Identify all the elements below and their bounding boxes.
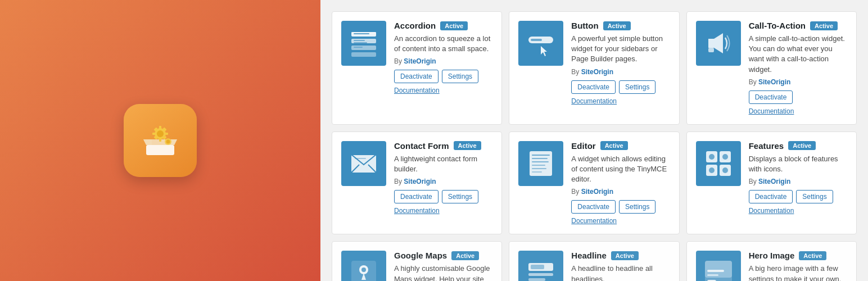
widget-header-features: FeaturesActive (749, 141, 847, 151)
main-content: AccordionActiveAn accordion to squeeze a… (320, 0, 868, 281)
widget-description-hero-image: A big hero image with a few settings to … (749, 264, 847, 281)
widget-info-button: ButtonActiveA powerful yet simple button… (571, 21, 670, 115)
documentation-link-contact-form[interactable]: Documentation (394, 207, 492, 215)
documentation-link-accordion[interactable]: Documentation (394, 87, 492, 94)
widget-info-headline: HeadlineActiveA headline to headline all… (571, 251, 670, 281)
sidebar (0, 0, 320, 281)
widget-header-button: ButtonActive (571, 21, 670, 30)
widget-name-contact-form: Contact Form (394, 141, 449, 151)
widget-info-accordion: AccordionActiveAn accordion to squeeze a… (394, 21, 492, 115)
svg-rect-17 (351, 32, 376, 33)
widget-description-button: A powerful yet simple button widget for … (571, 34, 670, 65)
widget-info-call-to-action: Call-To-ActionActiveA simple call-to-act… (749, 21, 847, 115)
svg-rect-22 (354, 40, 365, 41)
settings-button-contact-form[interactable]: Settings (442, 190, 478, 203)
widget-card-accordion: AccordionActiveAn accordion to squeeze a… (332, 11, 502, 125)
svg-point-48 (709, 167, 715, 173)
documentation-link-call-to-action[interactable]: Documentation (749, 107, 847, 115)
documentation-link-editor[interactable]: Documentation (571, 217, 670, 225)
widget-name-accordion: Accordion (394, 21, 436, 30)
deactivate-button-button[interactable]: Deactivate (571, 80, 616, 94)
widget-description-contact-form: A lightweight contact form builder. (394, 154, 492, 174)
status-badge-google-maps: Active (451, 251, 479, 260)
widget-author-contact-form: By SiteOrigin (394, 178, 492, 185)
widget-actions-features: DeactivateSettings (749, 190, 847, 203)
svg-rect-60 (707, 270, 724, 272)
svg-rect-37 (532, 158, 548, 159)
svg-rect-36 (532, 155, 550, 156)
app-icon (124, 104, 197, 177)
status-badge-editor: Active (600, 141, 628, 150)
widget-description-features: Displays a block of features with icons. (749, 154, 847, 174)
widget-name-call-to-action: Call-To-Action (749, 21, 806, 30)
widget-info-hero-image: Hero ImageActiveA big hero image with a … (749, 251, 847, 281)
widget-icon-headline (518, 251, 563, 281)
widget-icon-call-to-action (696, 21, 741, 66)
widget-info-google-maps: Google MapsActiveA highly customisable G… (394, 251, 492, 281)
widget-author-button: By SiteOrigin (571, 68, 670, 76)
svg-rect-26 (531, 39, 542, 41)
widget-header-hero-image: Hero ImageActive (749, 251, 847, 260)
widget-header-contact-form: Contact FormActive (394, 141, 492, 151)
widget-name-features: Features (749, 141, 784, 151)
svg-rect-24 (354, 47, 363, 48)
svg-rect-20 (351, 52, 376, 57)
widget-header-accordion: AccordionActive (394, 21, 492, 30)
svg-rect-21 (354, 33, 369, 34)
widget-card-features: FeaturesActiveDisplays a block of featur… (686, 132, 857, 235)
svg-rect-40 (532, 168, 546, 169)
svg-rect-6 (159, 126, 161, 129)
widget-header-editor: EditorActive (571, 141, 670, 151)
svg-rect-38 (532, 161, 549, 162)
settings-button-editor[interactable]: Settings (619, 200, 655, 214)
widget-name-button: Button (571, 21, 598, 30)
widget-name-editor: Editor (571, 141, 595, 151)
widget-header-google-maps: Google MapsActive (394, 251, 492, 260)
svg-rect-56 (528, 278, 545, 281)
widget-icon-contact-form (341, 141, 386, 186)
deactivate-button-features[interactable]: Deactivate (749, 190, 793, 203)
settings-button-features[interactable]: Settings (796, 190, 833, 203)
widget-header-call-to-action: Call-To-ActionActive (749, 21, 847, 30)
documentation-link-features[interactable]: Documentation (749, 207, 847, 215)
widget-author-call-to-action: By SiteOrigin (749, 78, 847, 86)
widget-description-accordion: An accordion to squeeze a lot of content… (394, 34, 492, 54)
widget-author-accordion: By SiteOrigin (394, 57, 492, 65)
widget-actions-editor: DeactivateSettings (571, 200, 670, 214)
widget-description-editor: A widget which allows editing of content… (571, 154, 670, 185)
widget-card-button: ButtonActiveA powerful yet simple button… (509, 11, 679, 125)
deactivate-button-accordion[interactable]: Deactivate (394, 70, 438, 83)
status-badge-contact-form: Active (454, 141, 481, 150)
settings-button-accordion[interactable]: Settings (442, 70, 478, 83)
svg-rect-8 (152, 133, 156, 135)
widget-icon-editor (518, 141, 563, 186)
deactivate-button-contact-form[interactable]: Deactivate (394, 190, 438, 203)
svg-rect-9 (165, 133, 168, 135)
svg-rect-0 (146, 145, 174, 155)
widget-card-contact-form: Contact FormActiveA lightweight contact … (332, 132, 502, 235)
settings-button-button[interactable]: Settings (619, 80, 655, 94)
svg-point-49 (722, 167, 728, 173)
documentation-link-button[interactable]: Documentation (571, 97, 670, 105)
status-badge-button: Active (603, 21, 631, 30)
widget-icon-google-maps (341, 251, 386, 281)
widget-card-hero-image: Hero ImageActiveA big hero image with a … (686, 241, 857, 281)
widget-icon-accordion (341, 21, 386, 66)
svg-rect-23 (354, 42, 367, 43)
widget-name-hero-image: Hero Image (749, 251, 795, 260)
widget-actions-button: DeactivateSettings (571, 80, 670, 94)
svg-rect-39 (532, 165, 545, 166)
status-badge-call-to-action: Active (810, 21, 838, 30)
status-badge-accordion: Active (440, 21, 468, 30)
widget-info-contact-form: Contact FormActiveA lightweight contact … (394, 141, 492, 225)
widget-info-editor: EditorActiveA widget which allows editin… (571, 141, 670, 225)
deactivate-button-call-to-action[interactable]: Deactivate (749, 90, 793, 104)
widget-description-headline: A headline to headline all headlines. (571, 264, 670, 281)
svg-point-52 (361, 268, 366, 272)
widget-actions-contact-form: DeactivateSettings (394, 190, 492, 203)
widget-info-features: FeaturesActiveDisplays a block of featur… (749, 141, 847, 225)
widget-card-headline: HeadlineActiveA headline to headline all… (509, 241, 679, 281)
deactivate-button-editor[interactable]: Deactivate (571, 200, 616, 214)
widget-name-headline: Headline (571, 251, 607, 260)
widget-author-editor: By SiteOrigin (571, 188, 670, 196)
